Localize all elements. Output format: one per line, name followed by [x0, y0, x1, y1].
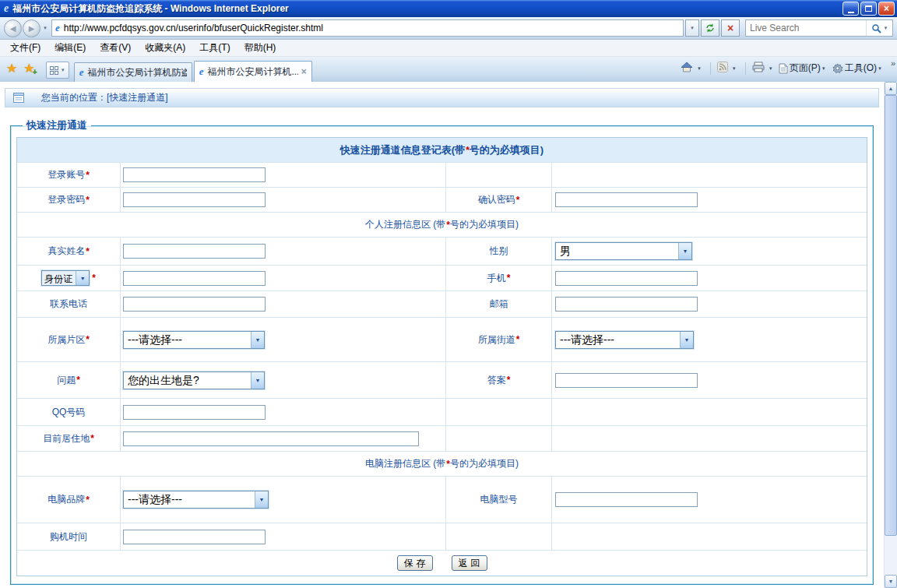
- menu-favorites[interactable]: 收藏夹(A): [138, 39, 192, 57]
- search-input[interactable]: [746, 23, 866, 33]
- home-dropdown-icon[interactable]: ▼: [697, 66, 702, 71]
- vertical-scrollbar[interactable]: ▲ ▼: [884, 82, 897, 588]
- return-button[interactable]: 返 回: [452, 555, 487, 571]
- tab-1[interactable]: e 福州市公安局计算机防盗...: [74, 62, 192, 82]
- id-type-value: 身份证: [42, 271, 76, 285]
- district-select[interactable]: ---请选择--- ▼: [123, 331, 265, 349]
- id-type-select-button: ▼: [76, 271, 89, 285]
- page-menu-button[interactable]: 页面(P) ▼: [779, 62, 828, 75]
- id-number-input[interactable]: [123, 271, 266, 286]
- confirm-password-input[interactable]: [555, 192, 698, 207]
- computer-model-label: 电脑型号: [480, 493, 518, 506]
- url-dropdown-button[interactable]: ▼: [685, 19, 699, 37]
- computer-brand-select[interactable]: ---请选择--- ▼: [123, 491, 269, 509]
- restore-button[interactable]: [860, 2, 877, 16]
- toolbar-overflow-icon[interactable]: »: [891, 58, 895, 68]
- address-input[interactable]: [123, 431, 419, 446]
- answer-input[interactable]: [555, 373, 698, 388]
- scroll-up-button[interactable]: ▲: [885, 82, 897, 95]
- district-label: 所属片区: [47, 333, 85, 347]
- menu-help[interactable]: 帮助(H): [237, 39, 283, 57]
- real-name-input[interactable]: [123, 244, 266, 259]
- page-icon: [779, 63, 788, 74]
- tab-1-ie-icon: e: [79, 66, 84, 79]
- tab-2-label: 福州市公安局计算机...: [207, 65, 297, 79]
- forward-button[interactable]: ▶: [23, 19, 40, 37]
- add-favorite-icon[interactable]: ★+: [23, 62, 34, 75]
- row-purchase-date: 购机时间: [17, 523, 867, 551]
- required-star: *: [516, 195, 520, 206]
- refresh-button[interactable]: [701, 19, 719, 37]
- tab-close-icon[interactable]: ×: [301, 66, 307, 77]
- district-value: ---请选择---: [124, 332, 251, 348]
- question-select-button: ▼: [251, 372, 264, 389]
- section-personal-post: 号的为必填项目): [450, 218, 519, 231]
- street-value: ---请选择---: [556, 332, 680, 348]
- save-button[interactable]: 保 存: [397, 555, 433, 571]
- print-button[interactable]: [752, 62, 765, 75]
- login-account-label: 登录账号: [47, 168, 85, 181]
- ie-logo-icon: e: [4, 2, 9, 15]
- scrollbar-thumb[interactable]: [885, 95, 897, 536]
- section-personal-info: 个人注册信息区 (带*号的为必填项目): [17, 213, 867, 238]
- menu-tools[interactable]: 工具(T): [192, 39, 237, 57]
- tools-menu-button[interactable]: 工具(O) ▼: [832, 62, 885, 75]
- history-dropdown-icon[interactable]: ▼: [43, 26, 47, 30]
- section-computer-info: 电脑注册信息区 (带*号的为必填项目): [17, 452, 867, 477]
- qq-input[interactable]: [123, 405, 266, 420]
- minimize-button[interactable]: [842, 2, 859, 16]
- back-button[interactable]: ◀: [4, 19, 22, 37]
- id-type-select[interactable]: 身份证 ▼: [41, 270, 90, 286]
- row-question: 问题* 您的出生地是? ▼ 答案*: [17, 362, 867, 399]
- email-input[interactable]: [555, 297, 698, 312]
- street-select[interactable]: ---请选择--- ▼: [555, 331, 694, 349]
- toolbar-separator: [745, 62, 746, 75]
- printer-icon: [752, 62, 765, 72]
- row-qq: QQ号码: [17, 399, 867, 426]
- required-star: *: [86, 170, 90, 181]
- required-star: *: [507, 375, 511, 386]
- search-button[interactable]: ▼: [866, 20, 892, 36]
- computer-brand-label: 电脑品牌: [47, 493, 85, 506]
- row-computer-brand: 电脑品牌* ---请选择--- ▼ 电脑型号: [17, 477, 867, 523]
- required-star: *: [86, 246, 90, 257]
- menu-file[interactable]: 文件(F): [3, 39, 47, 57]
- row-id-number: 身份证 ▼ * 手机*: [17, 266, 867, 291]
- browser-window: e 福州市公安局计算机防盗抢追踪系统 - Windows Internet Ex…: [0, 0, 897, 588]
- url-box: e: [51, 19, 684, 37]
- register-form-table: 快速注册通道信息登记表(带*号的为必填项目) 登录账号* 登录密码* 确认密码*: [16, 137, 867, 576]
- url-input[interactable]: [64, 23, 680, 33]
- minimize-icon: [848, 12, 854, 13]
- search-icon: [871, 23, 881, 33]
- login-password-input[interactable]: [123, 192, 266, 207]
- gender-select[interactable]: 男 ▼: [555, 242, 692, 260]
- row-login-password: 登录密码* 确认密码*: [17, 188, 867, 213]
- address-bar: ◀ ▶ ▼ e ▼ × ▼: [0, 17, 897, 40]
- tab-2-active[interactable]: e 福州市公安局计算机... ×: [194, 61, 312, 82]
- row-login-account: 登录账号*: [17, 163, 867, 188]
- favorites-center-icon[interactable]: ★: [6, 62, 17, 75]
- stop-button[interactable]: ×: [721, 19, 740, 37]
- home-button[interactable]: [681, 62, 693, 75]
- question-select[interactable]: 您的出生地是? ▼: [123, 371, 265, 389]
- quick-tabs-button[interactable]: ▼: [46, 62, 69, 79]
- scroll-down-button[interactable]: ▼: [885, 575, 897, 588]
- computer-model-input[interactable]: [555, 492, 698, 507]
- contact-phone-input[interactable]: [123, 297, 266, 312]
- print-dropdown-icon[interactable]: ▼: [769, 66, 773, 71]
- chevron-down-icon: ▼: [683, 248, 688, 254]
- row-address: 目前居住地*: [17, 426, 867, 452]
- mobile-input[interactable]: [555, 271, 698, 286]
- window-title: 福州市公安局计算机防盗抢追踪系统 - Windows Internet Expl…: [12, 2, 841, 16]
- purchase-date-input[interactable]: [123, 530, 266, 544]
- close-button[interactable]: ×: [878, 2, 895, 16]
- login-account-input[interactable]: [123, 167, 266, 182]
- menu-edit[interactable]: 编辑(E): [47, 39, 93, 57]
- gender-select-button: ▼: [678, 243, 691, 259]
- feeds-button[interactable]: [717, 62, 728, 75]
- question-label: 问题: [57, 374, 76, 387]
- add-plus-icon: +: [33, 69, 37, 76]
- login-password-label: 登录密码: [47, 193, 85, 206]
- tab-bar: ★ ★+ ▼ e 福州市公安局计算机防盗... e 福州市公安局计算机... ×…: [0, 57, 897, 83]
- menu-view[interactable]: 查看(V): [93, 39, 138, 57]
